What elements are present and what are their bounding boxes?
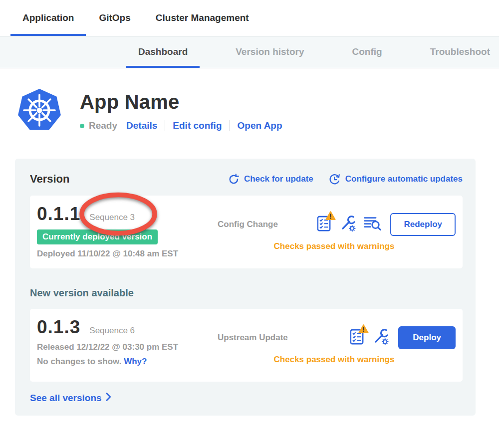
current-version-number: 0.1.1 — [37, 204, 80, 224]
tab-cluster-management[interactable]: Cluster Management — [144, 0, 261, 36]
check-for-update-label: Check for update — [244, 174, 313, 184]
configure-auto-updates-link[interactable]: Configure automatic updates — [328, 173, 463, 186]
tab-troubleshoot[interactable]: Troubleshoot — [418, 36, 499, 68]
new-version-heading: New version available — [30, 287, 463, 299]
tab-application[interactable]: Application — [10, 0, 86, 36]
tab-version-history-label: Version history — [236, 46, 304, 57]
version-panel: Version Check for update — [15, 159, 476, 416]
edit-config-link[interactable]: Edit config — [173, 120, 222, 131]
details-link[interactable]: Details — [126, 120, 157, 131]
deployed-timestamp: Deployed 11/10/22 @ 10:48 am EST — [37, 249, 213, 259]
available-sequence-label: Sequence 6 — [89, 326, 135, 336]
tab-gitops-label: GitOps — [99, 12, 130, 23]
tab-dashboard-label: Dashboard — [138, 46, 188, 57]
refresh-icon — [228, 174, 240, 185]
chevron-right-icon — [106, 393, 111, 404]
available-version-number: 0.1.3 — [37, 317, 80, 338]
warning-triangle-icon — [325, 211, 336, 223]
configure-auto-updates-label: Configure automatic updates — [345, 174, 463, 184]
page-title: App Name — [80, 91, 282, 113]
top-nav: Application GitOps Cluster Management — [0, 0, 499, 36]
no-changes-label: No changes to show. — [37, 357, 121, 366]
status-badge: Ready — [89, 120, 117, 131]
released-timestamp: Released 12/12/22 @ 03:30 pm EST — [37, 342, 213, 352]
schedule-icon — [328, 173, 341, 186]
view-files-icon[interactable] — [364, 216, 381, 232]
tab-cluster-management-label: Cluster Management — [156, 12, 249, 23]
tab-version-history[interactable]: Version history — [224, 36, 316, 68]
see-all-versions-link[interactable]: See all versions — [30, 393, 111, 404]
tab-dashboard[interactable]: Dashboard — [126, 36, 200, 68]
config-tools-icon[interactable] — [338, 215, 356, 234]
tab-troubleshoot-label: Troubleshoot — [430, 46, 490, 57]
version-source-label: Config Change — [218, 220, 278, 229]
sub-nav: Dashboard Version history Config Trouble… — [0, 36, 499, 68]
app-header: App Name Ready Details Edit config Open … — [18, 89, 499, 132]
preflight-checks-status: Checks passed with warnings — [213, 355, 456, 365]
config-tools-icon[interactable] — [371, 328, 389, 348]
kubernetes-logo-icon — [18, 89, 61, 132]
divider — [230, 120, 230, 131]
tab-gitops[interactable]: GitOps — [87, 0, 142, 36]
preflight-checks-status: Checks passed with warnings — [213, 241, 456, 251]
tab-config-label: Config — [352, 46, 382, 57]
see-all-versions-label: See all versions — [30, 393, 102, 404]
check-for-update-link[interactable]: Check for update — [228, 174, 313, 185]
tab-application-label: Application — [22, 12, 74, 23]
ready-status-dot-icon — [80, 124, 84, 128]
version-panel-title: Version — [30, 173, 69, 186]
no-changes-text: No changes to show. Why? — [37, 357, 213, 367]
divider — [165, 120, 165, 131]
status-row: Ready Details Edit config Open App — [80, 120, 282, 131]
why-link[interactable]: Why? — [124, 357, 147, 366]
warning-triangle-icon — [358, 324, 369, 336]
current-sequence-label: Sequence 3 — [89, 213, 135, 223]
available-version-card: 0.1.3 Sequence 6 Released 12/12/22 @ 03:… — [30, 309, 463, 382]
currently-deployed-badge: Currently deployed version — [37, 229, 158, 244]
tab-config[interactable]: Config — [340, 36, 394, 68]
deploy-button[interactable]: Deploy — [398, 326, 456, 349]
redeploy-button[interactable]: Redeploy — [390, 213, 456, 236]
open-app-link[interactable]: Open App — [238, 120, 282, 131]
current-version-card: 0.1.1 Sequence 3 Currently deployed vers… — [30, 196, 463, 268]
preflight-checklist-icon[interactable] — [350, 329, 364, 347]
version-source-label: Upstream Update — [218, 333, 288, 343]
preflight-checklist-icon[interactable] — [317, 216, 331, 233]
